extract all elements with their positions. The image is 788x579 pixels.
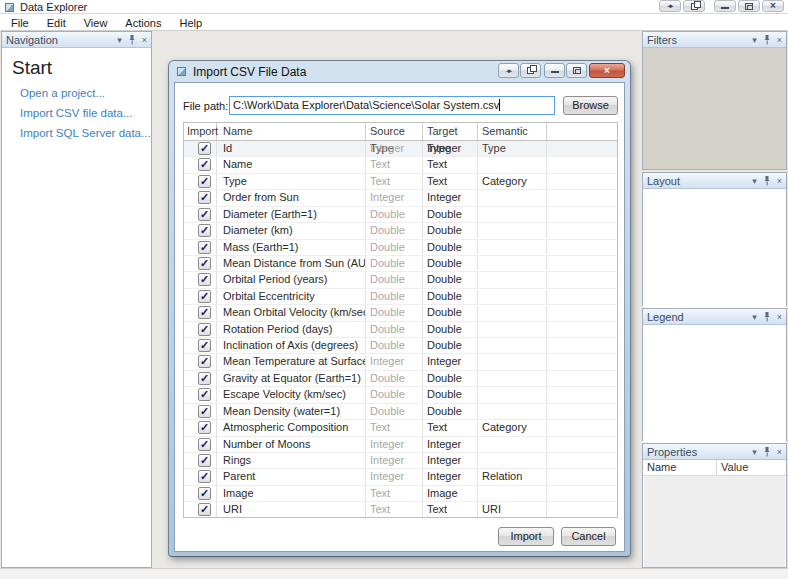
import-sql-link[interactable]: Import SQL Server data... (20, 127, 151, 139)
minimize-button[interactable] (714, 0, 736, 12)
import-checkbox[interactable]: ✓ (198, 158, 211, 171)
import-checkbox[interactable]: ✓ (198, 241, 211, 254)
undock-button[interactable] (520, 63, 541, 78)
table-row[interactable]: ✓Mass (Earth=1)DoubleDouble (184, 240, 617, 256)
pin-icon[interactable] (763, 447, 771, 457)
restore-button[interactable] (738, 0, 760, 12)
chevron-down-icon[interactable]: ▾ (752, 447, 757, 457)
import-checkbox[interactable]: ✓ (198, 257, 211, 270)
dialog-minimize-button[interactable] (544, 63, 565, 78)
table-row[interactable]: ✓ImageTextImage (184, 486, 617, 502)
pin-icon[interactable] (128, 35, 136, 45)
import-checkbox[interactable]: ✓ (198, 290, 211, 303)
column-header[interactable]: Semantic Type (478, 123, 547, 140)
chevron-down-icon[interactable]: ▾ (752, 35, 757, 45)
close-icon[interactable]: × (777, 35, 782, 45)
properties-name-column[interactable]: Name (643, 460, 717, 475)
column-header[interactable]: Target Type (423, 123, 478, 140)
table-row[interactable]: ✓ParentIntegerIntegerRelation (184, 469, 617, 485)
table-row[interactable]: ✓Order from SunIntegerInteger (184, 190, 617, 206)
dialog-titlebar[interactable]: Import CSV File Data ◂▸ × (169, 61, 630, 82)
close-icon[interactable]: × (777, 312, 782, 322)
pin-icon[interactable] (763, 35, 771, 45)
table-row[interactable]: ✓URITextTextURI (184, 502, 617, 518)
menu-help[interactable]: Help (170, 15, 211, 31)
import-button[interactable]: Import (498, 527, 554, 546)
menu-edit[interactable]: Edit (38, 15, 75, 31)
import-checkbox[interactable]: ✓ (198, 191, 211, 204)
import-checkbox[interactable]: ✓ (198, 405, 211, 418)
legend-panel-header[interactable]: Legend ▾ × (643, 309, 786, 325)
table-row[interactable]: ✓Diameter (Earth=1)DoubleDouble (184, 207, 617, 223)
import-checkbox[interactable]: ✓ (198, 438, 211, 451)
import-checkbox[interactable]: ✓ (198, 355, 211, 368)
pin-icon[interactable] (763, 176, 771, 186)
table-row[interactable]: ✓Number of MoonsIntegerInteger (184, 437, 617, 453)
import-csv-link[interactable]: Import CSV file data... (20, 107, 151, 119)
navigation-panel-header[interactable]: Navigation ▾ × (2, 32, 151, 48)
window-titlebar: Data Explorer ◂▸ × (0, 0, 788, 14)
table-row[interactable]: ✓RingsIntegerInteger (184, 453, 617, 469)
dock-split-button[interactable]: ◂▸ (659, 0, 681, 12)
menu-actions[interactable]: Actions (116, 15, 170, 31)
table-row[interactable]: ✓NameTextText (184, 157, 617, 173)
table-row[interactable]: ✓Escape Velocity (km/sec)DoubleDouble (184, 387, 617, 403)
file-path-input[interactable]: C:\Work\Data Explorer\Data\Science\Solar… (229, 96, 555, 115)
dialog-restore-button[interactable] (566, 63, 587, 78)
open-project-link[interactable]: Open a project... (20, 87, 151, 99)
table-row[interactable]: ✓TypeTextTextCategory (184, 174, 617, 190)
import-checkbox[interactable]: ✓ (198, 388, 211, 401)
table-row[interactable]: ✓Gravity at Equator (Earth=1)DoubleDoubl… (184, 371, 617, 387)
table-row[interactable]: ✓Orbital EccentricityDoubleDouble (184, 289, 617, 305)
table-row[interactable]: ✓IdIntegerInteger (184, 141, 617, 157)
column-header[interactable]: Source Type (366, 123, 423, 140)
table-row[interactable]: ✓Orbital Period (years)DoubleDouble (184, 272, 617, 288)
layout-panel-header[interactable]: Layout ▾ × (643, 173, 786, 189)
import-checkbox[interactable]: ✓ (198, 454, 211, 467)
import-checkbox[interactable]: ✓ (198, 175, 211, 188)
table-row[interactable]: ✓Atmospheric CompositionTextTextCategory (184, 420, 617, 436)
name-cell: Gravity at Equator (Earth=1) (217, 371, 366, 386)
table-row[interactable]: ✓Mean Density (water=1)DoubleDouble (184, 404, 617, 420)
close-icon[interactable]: × (142, 35, 147, 45)
cancel-button[interactable]: Cancel (561, 527, 616, 546)
close-icon[interactable]: × (777, 447, 782, 457)
import-checkbox[interactable]: ✓ (198, 208, 211, 221)
target-type-cell: Integer (423, 141, 478, 156)
import-checkbox[interactable]: ✓ (198, 142, 211, 155)
table-row[interactable]: ✓Diameter (km)DoubleDouble (184, 223, 617, 239)
import-checkbox[interactable]: ✓ (198, 470, 211, 483)
chevron-down-icon[interactable]: ▾ (117, 35, 122, 45)
import-checkbox[interactable]: ✓ (198, 372, 211, 385)
close-icon[interactable]: × (777, 176, 782, 186)
column-header[interactable]: Import (184, 123, 217, 140)
filters-panel-header[interactable]: Filters ▾ × (643, 32, 786, 48)
dock-split-button[interactable]: ◂▸ (498, 63, 519, 78)
pin-icon[interactable] (763, 312, 771, 322)
properties-value-column[interactable]: Value (717, 460, 752, 475)
close-button[interactable]: × (762, 0, 784, 12)
menu-view[interactable]: View (75, 15, 117, 31)
import-checkbox[interactable]: ✓ (198, 273, 211, 286)
properties-panel-header[interactable]: Properties ▾ × (643, 444, 786, 460)
import-checkbox[interactable]: ✓ (198, 487, 211, 500)
browse-button[interactable]: Browse (563, 96, 618, 115)
import-checkbox[interactable]: ✓ (198, 339, 211, 352)
import-checkbox[interactable]: ✓ (198, 503, 211, 516)
column-header[interactable]: Name (217, 123, 366, 140)
undock-button[interactable] (683, 0, 705, 12)
table-row[interactable]: ✓Rotation Period (days)DoubleDouble (184, 322, 617, 338)
table-row[interactable]: ✓Mean Distance from Sun (AU)DoubleDouble (184, 256, 617, 272)
chevron-down-icon[interactable]: ▾ (752, 312, 757, 322)
table-row[interactable]: ✓Mean Orbital Velocity (km/sec)DoubleDou… (184, 305, 617, 321)
name-cell: Rotation Period (days) (217, 322, 366, 337)
import-checkbox[interactable]: ✓ (198, 421, 211, 434)
import-checkbox[interactable]: ✓ (198, 323, 211, 336)
table-row[interactable]: ✓Inclination of Axis (degrees)DoubleDoub… (184, 338, 617, 354)
dialog-close-button[interactable]: × (589, 63, 625, 78)
import-checkbox[interactable]: ✓ (198, 224, 211, 237)
chevron-down-icon[interactable]: ▾ (752, 176, 757, 186)
table-row[interactable]: ✓Mean Temperature at Surface (C)IntegerI… (184, 354, 617, 370)
menu-file[interactable]: File (2, 15, 38, 31)
import-checkbox[interactable]: ✓ (198, 306, 211, 319)
